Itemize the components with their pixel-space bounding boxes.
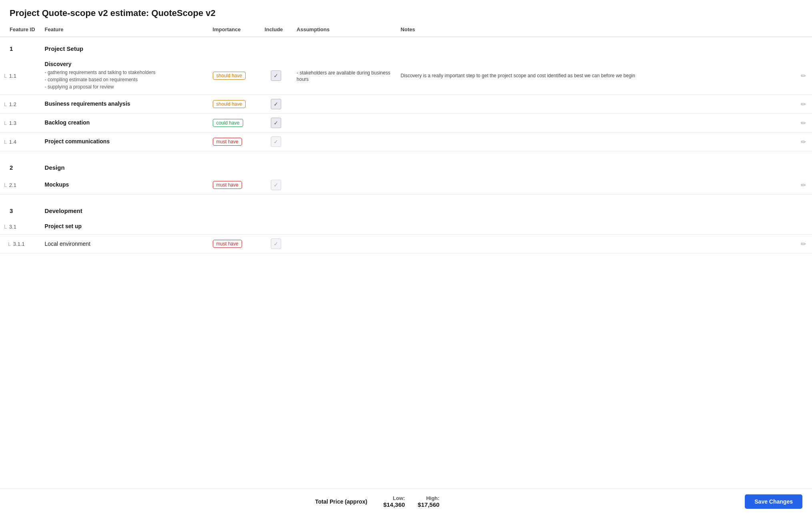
edit-icon[interactable]: ✏ <box>801 139 806 145</box>
feature-id-cell: L 1.1 <box>0 57 40 95</box>
feature-id: L 2.1 <box>4 182 16 188</box>
assumptions-cell: - stakeholders are available during busi… <box>292 57 396 95</box>
high-label: High: <box>426 495 439 501</box>
importance-cell: should have <box>208 95 260 114</box>
total-price-section: Total Price (approx) Low: $14,360 High: … <box>10 495 745 508</box>
col-importance: Importance <box>208 22 260 37</box>
importance-badge: could have <box>213 119 243 127</box>
table-row: L 1.4 Project communications must have ✓… <box>0 133 812 151</box>
feature-id-cell: L 1.2 <box>0 95 40 114</box>
include-checkbox[interactable]: ✓ <box>271 137 281 147</box>
edit-icon[interactable]: ✏ <box>801 72 806 79</box>
col-assumptions: Assumptions <box>292 22 396 37</box>
notes-cell <box>396 133 796 151</box>
notes-cell: Discovery is a really important step to … <box>396 57 796 95</box>
feature-name: Mockups <box>45 181 203 188</box>
feature-name: Discovery <box>45 61 203 67</box>
section-id: 2 <box>0 156 40 174</box>
table-row: L 1.3 Backlog creation could have ✓ ✏ <box>0 114 812 133</box>
feature-cell: Backlog creation <box>40 114 208 133</box>
edit-cell: ✏ <box>796 95 812 114</box>
save-changes-button[interactable]: Save Changes <box>745 494 802 509</box>
edit-cell: ✏ <box>796 114 812 133</box>
feature-id: L 1.3 <box>4 120 16 126</box>
section-name: Development <box>40 199 812 217</box>
high-price-col: High: $17,560 <box>418 495 439 508</box>
assumptions-text: - stakeholders are available during busi… <box>297 70 390 82</box>
feature-id: L 1.2 <box>4 101 16 107</box>
col-feature-id: Feature ID <box>0 22 40 37</box>
feature-id-cell: L 2.1 <box>0 176 40 195</box>
table-row: L 3.1.1 Local environment must have ✓ ✏ <box>0 235 812 253</box>
table-row: L 1.1 Discovery - gathering requirements… <box>0 57 812 95</box>
importance-cell: could have <box>208 114 260 133</box>
edit-cell: ✏ <box>796 235 812 253</box>
table-row: L 1.2 Business requirements analysis sho… <box>0 95 812 114</box>
importance-cell <box>208 219 260 235</box>
feature-id: L 1.4 <box>4 139 16 145</box>
feature-id-cell: L 3.1.1 <box>0 235 40 253</box>
edit-icon[interactable]: ✏ <box>801 101 806 108</box>
col-include: Include <box>260 22 292 37</box>
importance-badge: must have <box>213 181 242 189</box>
high-value: $17,560 <box>418 501 439 508</box>
page-title: Project Quote-scope v2 estimate: QuoteSc… <box>0 0 812 22</box>
include-checkbox[interactable]: ✓ <box>271 118 281 128</box>
section-row: 1 Project Setup <box>0 37 812 55</box>
feature-cell: Discovery - gathering requirements and t… <box>40 57 208 95</box>
section-id: 1 <box>0 37 40 55</box>
importance-cell: must have <box>208 235 260 253</box>
table-row: L 3.1 Project set up <box>0 219 812 235</box>
include-cell: ✓ <box>260 133 292 151</box>
section-id: 3 <box>0 199 40 217</box>
col-feature: Feature <box>40 22 208 37</box>
footer-bar: Total Price (approx) Low: $14,360 High: … <box>0 488 812 514</box>
total-label: Total Price (approx) <box>315 498 367 505</box>
low-price-col: Low: $14,360 <box>383 495 405 508</box>
section-name: Design <box>40 156 812 174</box>
feature-cell: Mockups <box>40 176 208 195</box>
table-row: L 2.1 Mockups must have ✓ ✏ <box>0 176 812 195</box>
feature-id: L 1.1 <box>4 73 16 79</box>
importance-badge: must have <box>213 138 242 146</box>
feature-name: Backlog creation <box>45 119 203 126</box>
include-cell <box>260 219 292 235</box>
notes-cell <box>396 219 796 235</box>
include-checkbox[interactable]: ✓ <box>271 180 281 190</box>
edit-icon[interactable]: ✏ <box>801 241 806 247</box>
feature-name: Project set up <box>45 223 203 229</box>
feature-cell: Project set up <box>40 219 208 235</box>
importance-badge: should have <box>213 72 246 80</box>
include-checkbox[interactable]: ✓ <box>271 239 281 249</box>
feature-id-cell: L 1.4 <box>0 133 40 151</box>
feature-name: Project communications <box>45 138 203 145</box>
edit-cell: ✏ <box>796 133 812 151</box>
assumptions-cell <box>292 235 396 253</box>
edit-cell <box>796 219 812 235</box>
section-name: Project Setup <box>40 37 812 55</box>
feature-desc: - gathering requirements and talking to … <box>45 69 203 90</box>
edit-icon[interactable]: ✏ <box>801 182 806 189</box>
feature-name: Business requirements analysis <box>45 100 203 107</box>
notes-cell <box>396 235 796 253</box>
feature-id-cell: L 3.1 <box>0 219 40 235</box>
include-cell: ✓ <box>260 235 292 253</box>
edit-icon[interactable]: ✏ <box>801 120 806 126</box>
importance-cell: should have <box>208 57 260 95</box>
assumptions-cell <box>292 95 396 114</box>
include-cell: ✓ <box>260 176 292 195</box>
importance-cell: must have <box>208 176 260 195</box>
feature-id: L 3.1 <box>4 224 16 230</box>
feature-cell: Business requirements analysis <box>40 95 208 114</box>
include-cell: ✓ <box>260 95 292 114</box>
section-row: 3 Development <box>0 199 812 217</box>
assumptions-cell <box>292 176 396 195</box>
include-checkbox[interactable]: ✓ <box>271 70 281 81</box>
feature-cell: Project communications <box>40 133 208 151</box>
include-checkbox[interactable]: ✓ <box>271 99 281 109</box>
feature-id-cell: L 1.3 <box>0 114 40 133</box>
low-label: Low: <box>393 495 405 501</box>
assumptions-cell <box>292 114 396 133</box>
notes-cell <box>396 95 796 114</box>
notes-cell <box>396 114 796 133</box>
